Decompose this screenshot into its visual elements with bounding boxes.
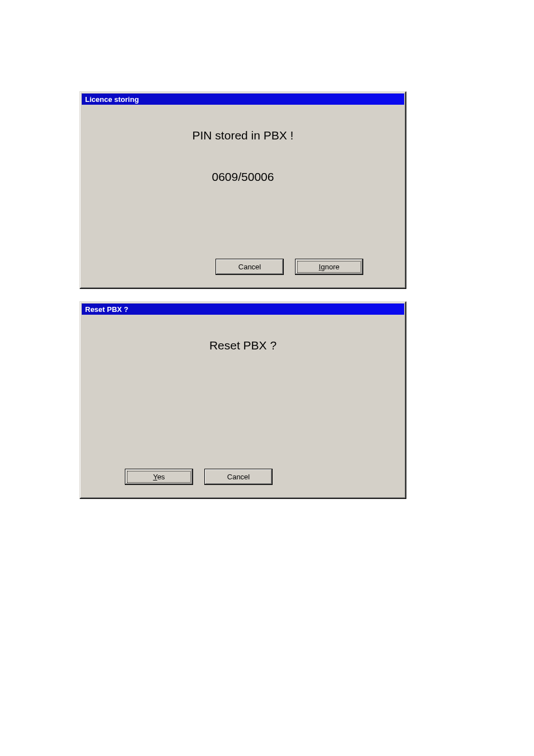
dialog-titlebar: Reset PBX ? [82,304,404,315]
button-label: Yes [153,473,165,481]
reset-pbx-dialog: Reset PBX ? Reset PBX ? Yes Cancel [79,301,406,499]
ignore-button[interactable]: Ignore [295,259,363,275]
dialog-titlebar: Licence storing [82,94,404,105]
dialog-title: Licence storing [85,95,139,104]
cancel-button[interactable]: Cancel [216,259,284,275]
button-label: Cancel [238,263,261,271]
licence-storing-dialog: Licence storing PIN stored in PBX ! 0609… [79,91,406,289]
dialog-message-line1: Reset PBX ? [80,339,406,352]
button-label: Ignore [319,263,340,271]
dialog-message-line2: 0609/50006 [80,170,406,184]
dialog-message-line1: PIN stored in PBX ! [80,129,406,142]
yes-button[interactable]: Yes [125,469,193,485]
dialog-title: Reset PBX ? [85,305,128,314]
cancel-button[interactable]: Cancel [204,469,273,485]
button-label: Cancel [227,473,250,481]
